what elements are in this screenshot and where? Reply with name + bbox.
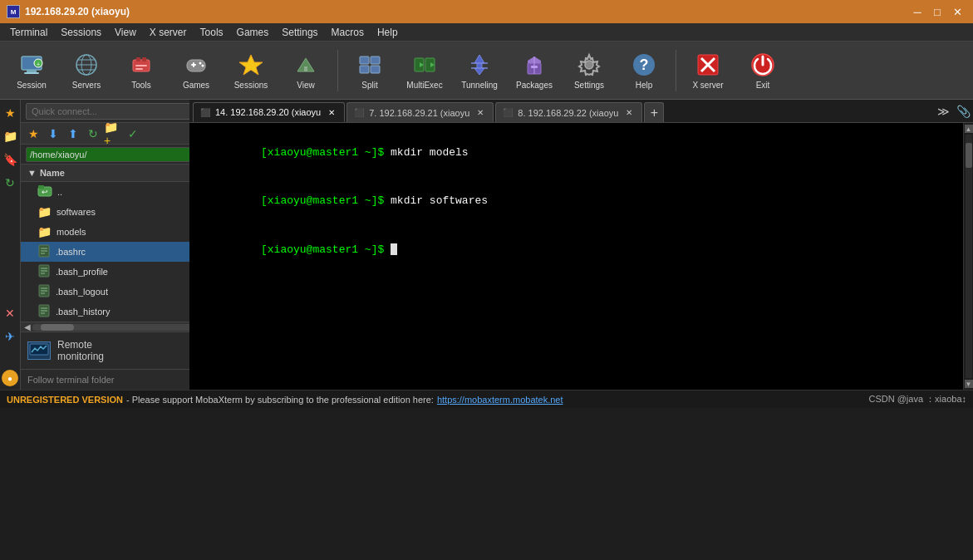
toolbar-sessions[interactable]: Sessions bbox=[226, 46, 276, 96]
sidebar-scroll-track[interactable] bbox=[32, 324, 198, 331]
status-bar-right: CSDN @java ：xiaoba↕ bbox=[868, 393, 966, 405]
svg-point-36 bbox=[585, 61, 593, 69]
left-panel-paper-plane[interactable]: ✈ bbox=[0, 327, 20, 346]
menu-games[interactable]: Games bbox=[230, 23, 276, 41]
sidebar-scroll-thumb[interactable] bbox=[41, 324, 74, 331]
vert-scroll-up[interactable]: ▲ bbox=[965, 125, 973, 133]
left-panel-refresh[interactable]: ↻ bbox=[0, 173, 20, 193]
term-line-1: [xiaoyu@master1 ~]$ mkdir models bbox=[196, 128, 956, 177]
sidebar-star-icon[interactable]: ★ bbox=[24, 125, 42, 142]
svg-rect-11 bbox=[136, 57, 140, 61]
path-input[interactable] bbox=[26, 147, 190, 162]
remote-monitoring-button[interactable]: Remotemonitoring bbox=[21, 332, 209, 369]
left-panel-bookmark[interactable]: 🔖 bbox=[0, 150, 20, 169]
toolbar-settings[interactable]: Settings bbox=[564, 46, 614, 96]
models-label: models bbox=[57, 227, 86, 237]
toolbar-servers[interactable]: Servers bbox=[61, 46, 111, 96]
sidebar-download-icon[interactable]: ⬇ bbox=[44, 125, 62, 142]
view-icon bbox=[292, 52, 319, 78]
vert-scroll-track[interactable] bbox=[966, 135, 972, 378]
menu-tools[interactable]: Tools bbox=[194, 23, 230, 41]
maximize-button[interactable]: □ bbox=[928, 4, 946, 19]
sidebar: ★ ⬇ ⬆ ↻ 📁+ ✓ ✓ ▼ Name bbox=[21, 100, 210, 390]
menu-macros[interactable]: Macros bbox=[325, 23, 371, 41]
toolbar-games[interactable]: Games bbox=[171, 46, 221, 96]
packages-label: Packages bbox=[516, 81, 553, 90]
file-bash-history-icon bbox=[37, 304, 51, 320]
toolbar-session[interactable]: + Session bbox=[7, 46, 57, 96]
svg-rect-23 bbox=[371, 56, 380, 64]
status-link[interactable]: https://mobaxterm.mobatek.net bbox=[437, 395, 563, 405]
title-bar: M 192.168.29.20 (xiaoyu) ─ □ ✕ bbox=[0, 0, 973, 23]
svg-point-18 bbox=[199, 61, 202, 64]
tab-3-close[interactable]: ✕ bbox=[623, 107, 635, 119]
toolbar-tunneling[interactable]: Tunneling bbox=[455, 46, 504, 96]
svg-rect-25 bbox=[371, 66, 380, 73]
tab-1-close[interactable]: ✕ bbox=[326, 106, 337, 118]
tree-item-bash-history[interactable]: .bash_history bbox=[21, 302, 209, 322]
toolbar-view[interactable]: View bbox=[281, 46, 331, 96]
vertical-scrollbar[interactable]: ▲ ▼ bbox=[963, 123, 973, 390]
scroll-left-icon[interactable]: ◀ bbox=[22, 322, 32, 332]
tab-2[interactable]: ⬛ 7. 192.168.29.21 (xiaoyu ✕ bbox=[346, 102, 494, 122]
quick-connect-input[interactable] bbox=[26, 103, 204, 120]
tabs-scroll-right[interactable]: ≫ bbox=[933, 100, 953, 123]
tabs-pin[interactable]: 📎 bbox=[953, 100, 973, 123]
svg-rect-22 bbox=[360, 56, 369, 64]
tree-item-softwares[interactable]: 📁 softwares bbox=[21, 202, 209, 222]
toolbar-multiexec[interactable]: MultiExec bbox=[400, 46, 450, 96]
sidebar-refresh-icon[interactable]: ↻ bbox=[84, 125, 102, 142]
tree-item-models[interactable]: 📁 models bbox=[21, 222, 209, 242]
left-panel-green[interactable]: ● bbox=[2, 370, 18, 386]
tree-item-bash-logout[interactable]: .bash_logout bbox=[21, 282, 209, 302]
toolbar-exit[interactable]: Exit bbox=[738, 46, 788, 96]
status-message: - Please support MobaXterm by subscribin… bbox=[126, 395, 434, 405]
menu-xserver[interactable]: X server bbox=[143, 23, 194, 41]
svg-rect-2 bbox=[24, 72, 39, 74]
toolbar-tools[interactable]: Tools bbox=[116, 46, 166, 96]
tab-3[interactable]: ⬛ 8. 192.168.29.22 (xiaoyu ✕ bbox=[495, 102, 642, 122]
sidebar-upload-icon[interactable]: ⬆ bbox=[64, 125, 82, 142]
parent-icon: ↩ bbox=[37, 183, 52, 201]
follow-terminal-button[interactable]: Follow terminal folder bbox=[21, 369, 209, 390]
vert-scroll-thumb[interactable] bbox=[966, 143, 972, 168]
status-bar: UNREGISTERED VERSION - Please support Mo… bbox=[0, 390, 973, 408]
tree-item-bashrc[interactable]: .bashrc bbox=[21, 242, 209, 262]
left-panel-star[interactable]: ★ bbox=[0, 103, 20, 123]
term-cmd-2: mkdir softwares bbox=[391, 194, 488, 207]
left-panel-folder[interactable]: 📁 bbox=[0, 126, 20, 146]
minimize-button[interactable]: ─ bbox=[908, 4, 926, 19]
svg-rect-35 bbox=[531, 66, 538, 68]
folder-models-icon: 📁 bbox=[37, 225, 52, 238]
sidebar-scrollbar[interactable]: ◀ ▶ bbox=[21, 322, 209, 332]
toolbar-split[interactable]: Split bbox=[345, 46, 395, 96]
toolbar: + Session Servers Tools bbox=[0, 42, 973, 100]
close-button[interactable]: ✕ bbox=[948, 4, 966, 19]
vert-scroll-down[interactable]: ▼ bbox=[965, 380, 973, 388]
terminal-wrapper: [xiaoyu@master1 ~]$ mkdir models [xiaoyu… bbox=[189, 123, 973, 390]
tab-3-label: 8. 192.168.29.22 (xiaoyu bbox=[518, 108, 618, 118]
menu-terminal[interactable]: Terminal bbox=[3, 23, 54, 41]
terminal[interactable]: [xiaoyu@master1 ~]$ mkdir models [xiaoyu… bbox=[189, 123, 963, 390]
sidebar-toolbar: ★ ⬇ ⬆ ↻ 📁+ ✓ bbox=[21, 123, 209, 145]
app-icon: M bbox=[7, 5, 20, 18]
tree-arrow: ▼ bbox=[27, 168, 37, 178]
tree-item-parent[interactable]: ↩ .. bbox=[21, 182, 209, 202]
toolbar-help[interactable]: ? Help bbox=[619, 46, 669, 96]
tab-1[interactable]: ⬛ 14. 192.168.29.20 (xiaoyu ✕ bbox=[193, 102, 345, 122]
tabs-right-controls: ≫ 📎 bbox=[933, 100, 973, 122]
file-tree[interactable]: ↩ .. 📁 softwares 📁 models bbox=[21, 182, 209, 322]
tree-item-bash-profile[interactable]: .bash_profile bbox=[21, 262, 209, 282]
menu-settings[interactable]: Settings bbox=[275, 23, 324, 41]
add-tab-button[interactable]: + bbox=[644, 102, 664, 122]
tab-2-close[interactable]: ✕ bbox=[474, 107, 486, 119]
toolbar-xserver[interactable]: X server bbox=[683, 46, 733, 96]
menu-help[interactable]: Help bbox=[371, 23, 405, 41]
toolbar-packages[interactable]: Packages bbox=[509, 46, 559, 96]
sidebar-checkmark-icon[interactable]: ✓ bbox=[124, 125, 142, 142]
left-panel-close[interactable]: ✕ bbox=[0, 303, 20, 323]
menu-sessions[interactable]: Sessions bbox=[54, 23, 108, 41]
menu-view[interactable]: View bbox=[108, 23, 143, 41]
sidebar-newfolder-icon[interactable]: 📁+ bbox=[104, 125, 122, 142]
file-bashrc-icon bbox=[37, 244, 51, 260]
